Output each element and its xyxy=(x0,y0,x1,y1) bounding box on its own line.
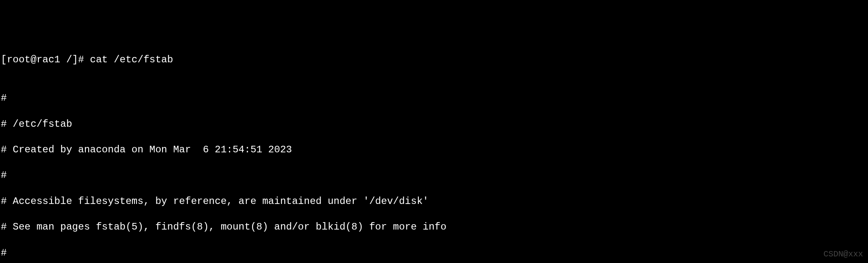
comment-line: # /etc/fstab xyxy=(1,118,867,130)
comment-line: # Accessible filesystems, by reference, … xyxy=(1,195,867,208)
comment-line: # xyxy=(1,169,867,182)
comment-line: # See man pages fstab(5), findfs(8), mou… xyxy=(1,220,867,233)
prompt-line: [root@rac1 /]# cat /etc/fstab xyxy=(1,53,867,66)
comment-line: # Created by anaconda on Mon Mar 6 21:54… xyxy=(1,143,867,156)
comment-line: # xyxy=(1,246,867,259)
comment-line: # xyxy=(1,92,867,104)
watermark: CSDN@xxx xyxy=(823,249,863,260)
